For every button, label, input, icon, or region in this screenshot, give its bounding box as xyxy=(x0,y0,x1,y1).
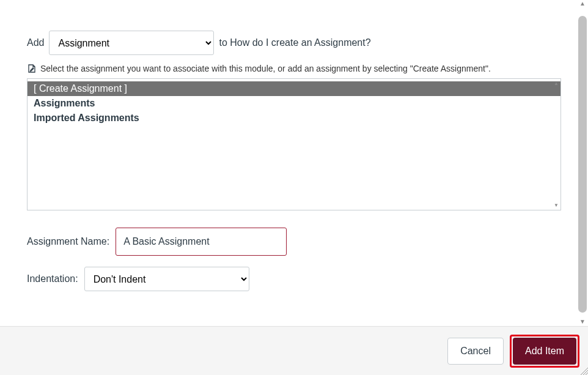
indentation-row: Indentation: Don't Indent xyxy=(27,267,561,291)
item-type-select[interactable]: Assignment xyxy=(49,31,214,55)
scrollbar-thumb[interactable] xyxy=(578,16,587,313)
helper-row: Select the assignment you want to associ… xyxy=(27,64,561,73)
helper-text: Select the assignment you want to associ… xyxy=(40,64,491,73)
list-option-group-assignments[interactable]: Assignments xyxy=(28,96,560,111)
dialog-footer: Cancel Add Item xyxy=(0,326,588,375)
scrollbar-track[interactable] xyxy=(577,7,588,318)
add-item-button[interactable]: Add Item xyxy=(513,338,576,365)
scroll-down-arrow[interactable]: ▼ xyxy=(577,318,588,325)
indentation-label: Indentation: xyxy=(27,273,78,284)
assignment-list[interactable]: [ Create Assignment ] Assignments Import… xyxy=(27,78,561,210)
add-prefix-label: Add xyxy=(27,37,44,48)
list-scroll-up-icon[interactable]: ▲ xyxy=(554,81,559,86)
add-item-highlight: Add Item xyxy=(510,335,579,368)
cancel-button[interactable]: Cancel xyxy=(447,338,504,365)
list-option-group-imported[interactable]: Imported Assignments xyxy=(28,111,560,125)
dialog-content: Add Assignment to How do I create an Ass… xyxy=(0,0,588,303)
list-scroll-down-icon[interactable]: ▼ xyxy=(554,202,559,208)
add-suffix-label: to How do I create an Assignment? xyxy=(219,37,370,48)
scroll-up-arrow[interactable]: ▲ xyxy=(577,0,588,7)
assignment-name-label: Assignment Name: xyxy=(27,236,109,247)
edit-document-icon xyxy=(27,64,37,73)
add-item-row: Add Assignment to How do I create an Ass… xyxy=(27,31,561,55)
resize-handle-icon[interactable] xyxy=(578,365,588,375)
indentation-select[interactable]: Don't Indent xyxy=(84,267,249,291)
assignment-list-container: [ Create Assignment ] Assignments Import… xyxy=(27,78,561,210)
assignment-name-input[interactable] xyxy=(116,228,287,256)
assignment-name-row: Assignment Name: xyxy=(27,228,561,256)
list-option-create-assignment[interactable]: [ Create Assignment ] xyxy=(28,81,560,96)
